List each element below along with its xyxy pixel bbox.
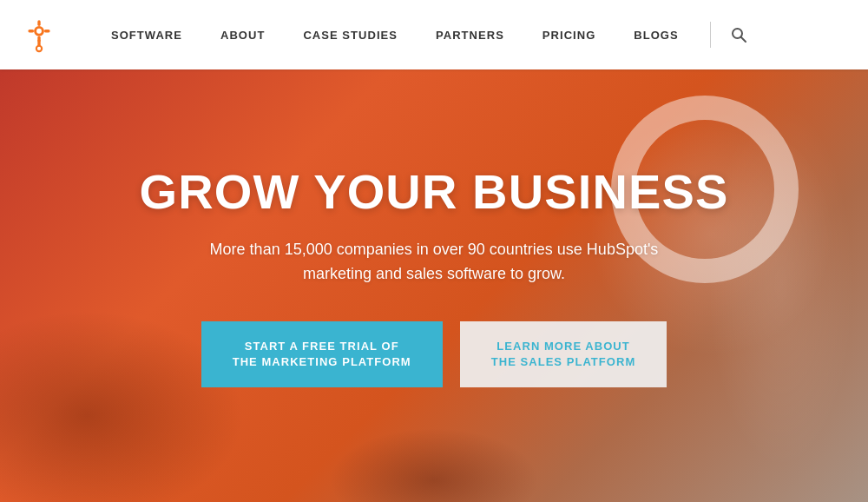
- nav-item-case-studies[interactable]: CASE STUDIES: [284, 29, 417, 42]
- svg-rect-5: [44, 30, 50, 32]
- svg-rect-4: [28, 30, 34, 32]
- svg-point-1: [36, 29, 42, 34]
- btn-marketing-line1: START A FREE TRIAL OF: [245, 340, 399, 353]
- svg-point-8: [37, 47, 41, 50]
- btn-marketing-line2: THE MARKETING PLATFORM: [233, 355, 411, 368]
- main-nav: SOFTWARE ABOUT CASE STUDIES PARTNERS PRI…: [92, 22, 847, 48]
- start-free-trial-button[interactable]: START A FREE TRIAL OF THE MARKETING PLAT…: [201, 321, 443, 387]
- nav-divider: [710, 22, 711, 48]
- site-header: SOFTWARE ABOUT CASE STUDIES PARTNERS PRI…: [0, 0, 868, 69]
- hero-cta-buttons: START A FREE TRIAL OF THE MARKETING PLAT…: [140, 321, 729, 387]
- hubspot-logo-icon: [21, 17, 57, 53]
- logo[interactable]: [21, 17, 57, 53]
- search-button[interactable]: [723, 26, 754, 43]
- btn-sales-line2: THE SALES PLATFORM: [491, 355, 636, 368]
- search-icon: [730, 26, 747, 43]
- nav-item-partners[interactable]: PARTNERS: [417, 29, 523, 42]
- hero-section: GROW YOUR BUSINESS More than 15,000 comp…: [0, 69, 868, 502]
- hero-content: GROW YOUR BUSINESS More than 15,000 comp…: [105, 167, 764, 388]
- nav-item-pricing[interactable]: PRICING: [523, 29, 615, 42]
- svg-rect-2: [37, 20, 40, 26]
- learn-more-sales-button[interactable]: LEARN MORE ABOUT THE SALES PLATFORM: [460, 321, 667, 387]
- nav-item-about[interactable]: ABOUT: [201, 29, 284, 42]
- hero-subtitle: More than 15,000 companies in over 90 co…: [200, 238, 668, 287]
- svg-line-10: [740, 37, 746, 43]
- nav-item-blogs[interactable]: BLOGS: [615, 29, 697, 42]
- hero-title: GROW YOUR BUSINESS: [140, 167, 729, 218]
- btn-sales-line1: LEARN MORE ABOUT: [496, 340, 629, 353]
- nav-item-software[interactable]: SOFTWARE: [92, 29, 201, 42]
